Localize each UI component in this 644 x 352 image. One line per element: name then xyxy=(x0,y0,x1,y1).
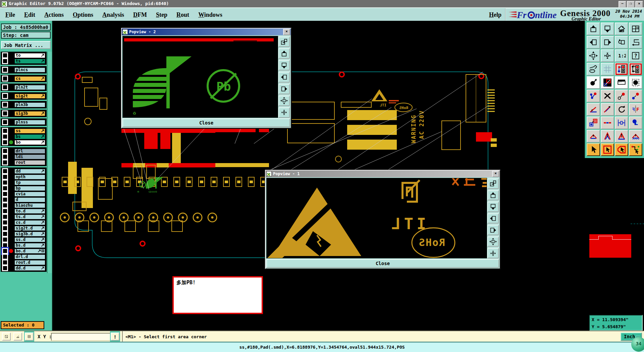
zoom-1-2-button[interactable]: 1:2 xyxy=(615,49,628,62)
layer-row-cvia[interactable]: cvia xyxy=(1,191,46,197)
layer-row-sig3b.d[interactable]: sig3b.d xyxy=(1,231,46,237)
layer-row-pln3b[interactable]: pln3b xyxy=(1,102,46,107)
layer-visibility-checkbox[interactable] xyxy=(2,254,8,260)
pcb-canvas[interactable]: ITL RoHS WARNING AC 220V xyxy=(53,21,644,331)
minimize-button[interactable]: — xyxy=(619,1,626,8)
layer-visibility-checkbox[interactable] xyxy=(2,214,8,220)
contour-a-button[interactable] xyxy=(587,130,600,143)
close-button[interactable]: × xyxy=(635,1,643,8)
popview-1-window[interactable]: Popview - 1 × xyxy=(265,170,500,269)
layer-label[interactable]: bo.d xyxy=(14,249,45,254)
layer-label[interactable]: d xyxy=(14,197,45,202)
menu-help[interactable]: Help xyxy=(489,8,501,21)
layer-visibility-checkbox[interactable] xyxy=(2,219,8,225)
mirror-object-button[interactable]: FF xyxy=(629,103,642,116)
popview-1-titlebar[interactable]: Popview - 1 × xyxy=(266,170,500,177)
layer-visibility-checkbox[interactable] xyxy=(2,159,8,165)
layer-label[interactable]: plnss xyxy=(14,120,45,125)
pan-up-button[interactable] xyxy=(278,48,290,59)
layer-visibility-checkbox[interactable] xyxy=(2,148,8,154)
copy-pad-button[interactable] xyxy=(587,116,600,129)
layer-visibility-checkbox[interactable] xyxy=(2,134,8,140)
layer-row-drl[interactable]: drl xyxy=(1,148,46,154)
layer-label[interactable]: bp xyxy=(14,186,45,191)
pan-right-button[interactable] xyxy=(278,84,290,94)
layer-visibility-checkbox[interactable] xyxy=(2,197,8,203)
maximize-button[interactable]: ❐ xyxy=(627,1,635,8)
layer-row-drl.d[interactable]: drl.d xyxy=(1,254,46,259)
layer-visibility-checkbox[interactable] xyxy=(2,67,8,73)
layer-visibility-checkbox[interactable] xyxy=(2,139,8,145)
menu-analysis[interactable]: Analysis xyxy=(102,11,124,18)
change-symbol-button[interactable] xyxy=(615,90,628,102)
layer-label[interactable]: cvia xyxy=(14,192,45,197)
layer-row-sig2t[interactable]: sig2t xyxy=(1,93,46,99)
layer-visibility-checkbox[interactable] xyxy=(2,119,8,125)
detach-view-button[interactable] xyxy=(278,37,290,47)
menu-windows[interactable]: Windows xyxy=(198,11,222,18)
layer-row-biaozhu[interactable]: biaozhu xyxy=(1,203,46,208)
layer-label[interactable]: rout.d xyxy=(14,260,45,265)
layer-visibility-checkbox[interactable] xyxy=(2,242,8,248)
move-object-button[interactable] xyxy=(587,76,600,89)
layer-label[interactable]: plncs xyxy=(14,67,45,72)
menu-actions[interactable]: Actions xyxy=(44,11,64,18)
pan-right-button[interactable] xyxy=(601,36,614,49)
pan-left-button[interactable] xyxy=(278,72,290,82)
measure-ruler-button[interactable] xyxy=(615,76,628,89)
snap-angle-button[interactable]: ok xyxy=(13,333,22,341)
layer-label[interactable]: sig2t.d xyxy=(14,226,45,231)
move-vertex-button[interactable] xyxy=(629,90,642,102)
layer-row-dd.d[interactable]: dd.d xyxy=(1,265,46,271)
help-query-button[interactable]: ? xyxy=(629,49,642,62)
detach-view-button[interactable] xyxy=(487,179,499,189)
setup-tools-button[interactable] xyxy=(587,63,600,76)
layer-label[interactable]: cs.d xyxy=(14,220,45,225)
select-frame-button[interactable] xyxy=(601,143,614,156)
layer-row-ts.d[interactable]: ts.d xyxy=(1,214,46,219)
annotation-note[interactable]: 多加PB! xyxy=(172,276,263,314)
layer-label[interactable]: pln2t xyxy=(14,85,45,90)
layer-visibility-checkbox[interactable] xyxy=(2,174,8,180)
layer-row-pln2t[interactable]: pln2t xyxy=(1,85,46,90)
layer-row-ts[interactable]: ts xyxy=(1,58,46,64)
serpentine-route-button[interactable] xyxy=(629,36,642,49)
window-titlebar[interactable]: Graphic Editor 9.07b2 (OO@HY-HYCAM-PC066… xyxy=(0,0,644,8)
resize-view-button[interactable] xyxy=(2,333,11,341)
layer-row-bp[interactable]: bp xyxy=(1,186,46,191)
route-mode-button[interactable] xyxy=(629,143,642,156)
popview-1-close-button[interactable]: Close xyxy=(266,259,499,268)
execute-button[interactable]: ! xyxy=(111,333,119,341)
stretch-line-button[interactable] xyxy=(601,116,614,129)
layer-row-cs[interactable]: cs xyxy=(1,76,46,81)
pan-left-button[interactable] xyxy=(587,36,600,49)
layer-label[interactable]: ts.d xyxy=(14,214,45,219)
zoom-fit-button[interactable] xyxy=(487,237,499,247)
contour-c-button[interactable] xyxy=(615,130,628,143)
layer-label[interactable]: cs xyxy=(14,76,45,81)
layer-visibility-checkbox[interactable] xyxy=(2,237,8,243)
layer-label[interactable]: drl xyxy=(14,149,45,154)
net-view-a-button[interactable] xyxy=(615,63,628,76)
layer-row-cs.d[interactable]: cs.d xyxy=(1,220,46,225)
tile-windows-button[interactable] xyxy=(25,333,34,341)
menu-options[interactable]: Options xyxy=(73,11,93,18)
layer-visibility-checkbox[interactable] xyxy=(2,128,8,134)
select-polygon-button[interactable] xyxy=(615,143,628,156)
copy-to-layer-button[interactable] xyxy=(601,76,614,89)
pan-up-button[interactable] xyxy=(587,22,600,35)
layer-visibility-checkbox[interactable] xyxy=(2,248,8,254)
layer-row-npth[interactable]: npth xyxy=(1,174,46,180)
contour-d-button[interactable] xyxy=(629,130,642,143)
layer-label[interactable]: biaozhu xyxy=(14,203,45,208)
layer-row-rout[interactable]: rout xyxy=(1,160,46,165)
layer-row-bs.d[interactable]: bs.d xyxy=(1,243,46,248)
pan-down-button[interactable] xyxy=(487,202,499,212)
layer-row-bo[interactable]: bo xyxy=(1,140,46,145)
popview-1-viewport[interactable]: ITL RoHS RNING xyxy=(266,178,487,258)
popview-2-close-button[interactable]: Close xyxy=(122,118,290,127)
layer-row-ss[interactable]: ss xyxy=(1,128,46,134)
layer-label[interactable]: dd xyxy=(14,169,45,174)
layer-visibility-checkbox[interactable] xyxy=(2,225,8,231)
zoom-out-button[interactable] xyxy=(278,107,290,118)
